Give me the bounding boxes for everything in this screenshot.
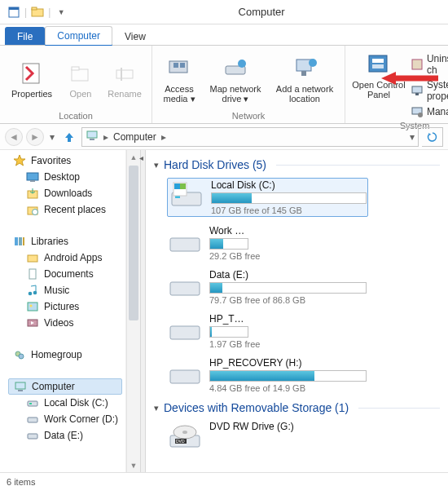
history-dropdown[interactable]: ▾ bbox=[47, 131, 57, 143]
ribbon-group-system: Open Control Panel Uninstall or ch Syste… bbox=[345, 46, 448, 123]
drive-work-d[interactable]: Work Corn 29.2 GB free bbox=[167, 225, 248, 261]
svg-rect-39 bbox=[28, 303, 37, 311]
qat-newfolder-icon[interactable] bbox=[29, 3, 46, 21]
drive-hptools[interactable]: HP_TOOLS 1.97 GB free bbox=[167, 313, 248, 349]
collapse-tree-icon[interactable]: ◂ bbox=[139, 153, 143, 162]
svg-rect-35 bbox=[28, 255, 37, 262]
svg-rect-17 bbox=[369, 55, 387, 72]
drive-data-e[interactable]: Data (E:) 79.7 GB free of 86.8 GB bbox=[167, 269, 367, 305]
pictures-icon bbox=[26, 300, 39, 313]
sidebar-item-downloads[interactable]: Downloads bbox=[8, 185, 122, 201]
system-properties-button[interactable]: System proper bbox=[409, 78, 448, 103]
nav-bar: ◄ ► ▾ ▸ Computer ▸ ▾ bbox=[0, 124, 448, 150]
rename-icon bbox=[111, 60, 138, 87]
drive-icon bbox=[167, 225, 203, 258]
svg-point-43 bbox=[19, 354, 24, 359]
svg-rect-46 bbox=[28, 401, 37, 406]
downloads-icon bbox=[26, 187, 39, 200]
tab-view[interactable]: View bbox=[112, 27, 158, 45]
capacity-bar bbox=[209, 326, 248, 338]
address-bar[interactable]: ▸ Computer ▸ ▾ bbox=[81, 127, 419, 147]
drive-icon bbox=[167, 269, 203, 302]
sidebar-item-pictures[interactable]: Pictures bbox=[8, 298, 122, 315]
desktop-icon bbox=[26, 170, 39, 183]
recent-icon bbox=[26, 203, 39, 216]
folder-icon bbox=[26, 251, 39, 264]
breadcrumb-sep[interactable]: ▸ bbox=[160, 131, 168, 143]
uninstall-button[interactable]: Uninstall or ch bbox=[409, 52, 448, 77]
forward-button[interactable]: ► bbox=[26, 128, 44, 146]
main-area: Favorites Desktop Downloads Recent place… bbox=[0, 150, 448, 472]
svg-text:DVD: DVD bbox=[176, 439, 185, 444]
svg-rect-6 bbox=[72, 67, 79, 70]
tab-file[interactable]: File bbox=[5, 27, 45, 45]
homegroup-header[interactable]: Homegroup bbox=[8, 347, 122, 363]
svg-rect-25 bbox=[87, 131, 97, 138]
music-icon bbox=[26, 284, 39, 297]
refresh-button[interactable] bbox=[422, 127, 443, 147]
drive-icon bbox=[26, 413, 39, 426]
svg-point-61 bbox=[182, 431, 187, 434]
access-media-button[interactable]: Access media ▾ bbox=[159, 53, 200, 105]
tab-computer[interactable]: Computer bbox=[45, 26, 112, 46]
sidebar-item-data-e[interactable]: Data (E:) bbox=[8, 427, 122, 444]
libraries-header[interactable]: Libraries bbox=[8, 233, 122, 250]
svg-rect-26 bbox=[90, 139, 94, 140]
scroll-up-button[interactable]: ▲ bbox=[127, 150, 140, 164]
star-icon bbox=[13, 154, 26, 167]
group-hdd-header[interactable]: ▾ Hard Disk Drives (5) bbox=[154, 158, 440, 171]
rename-button: Rename bbox=[104, 58, 145, 100]
svg-rect-55 bbox=[170, 238, 200, 251]
back-button[interactable]: ◄ bbox=[5, 128, 23, 146]
manage-button[interactable]: Manage bbox=[409, 104, 448, 119]
qat-properties-icon[interactable] bbox=[5, 3, 23, 21]
open-icon bbox=[67, 60, 94, 87]
svg-point-24 bbox=[418, 113, 423, 117]
scroll-down-button[interactable]: ▼ bbox=[127, 458, 140, 472]
window-title: Computer bbox=[75, 6, 448, 18]
chevron-down-icon: ▾ bbox=[154, 160, 159, 170]
sidebar-item-videos[interactable]: Videos bbox=[8, 315, 122, 331]
sidebar-scrollbar[interactable]: ▲ ▼ bbox=[126, 150, 140, 472]
ribbon-group-label: Location bbox=[0, 109, 152, 123]
sidebar-item-android[interactable]: Android Apps bbox=[8, 250, 122, 266]
sidebar-item-music[interactable]: Music bbox=[8, 282, 122, 298]
properties-icon bbox=[18, 60, 46, 87]
qat-customize-icon[interactable]: ▼ bbox=[52, 3, 70, 21]
ribbon-group-network: Access media ▾ Map network drive ▾ Add a… bbox=[152, 46, 345, 123]
svg-rect-19 bbox=[372, 64, 384, 68]
add-network-location-button[interactable]: Add a network location bbox=[271, 53, 338, 105]
sidebar-item-localdisk-c[interactable]: Local Disk (C:) bbox=[8, 395, 122, 411]
svg-rect-56 bbox=[170, 282, 200, 295]
open-control-panel-button[interactable]: Open Control Panel bbox=[352, 49, 406, 101]
svg-rect-54 bbox=[180, 183, 186, 189]
breadcrumb-computer[interactable]: Computer bbox=[113, 131, 156, 143]
svg-point-38 bbox=[33, 291, 37, 295]
group-removable-header[interactable]: ▾ Devices with Removable Storage (1) bbox=[154, 401, 440, 414]
scroll-thumb[interactable] bbox=[129, 166, 138, 320]
computer-header[interactable]: Computer bbox=[8, 378, 122, 395]
properties-button[interactable]: Properties bbox=[7, 58, 57, 100]
svg-rect-28 bbox=[30, 180, 35, 182]
drive-local-c[interactable]: Local Disk (C:) 107 GB free of 145 GB bbox=[167, 178, 368, 217]
address-dropdown[interactable]: ▾ bbox=[410, 131, 415, 143]
sidebar-item-documents[interactable]: Documents bbox=[8, 266, 122, 282]
breadcrumb-sep[interactable]: ▸ bbox=[102, 131, 110, 143]
up-button[interactable] bbox=[60, 128, 78, 146]
status-item-count: 6 items bbox=[7, 477, 35, 487]
sidebar-item-desktop[interactable]: Desktop bbox=[8, 169, 122, 185]
drive-hprecovery-h[interactable]: HP_RECOVERY (H:) 4.84 GB free of 14.9 GB bbox=[167, 357, 367, 393]
ribbon: Properties Open Rename Location bbox=[0, 46, 448, 124]
svg-rect-57 bbox=[170, 326, 200, 339]
capacity-bar bbox=[209, 238, 248, 250]
pane-splitter[interactable]: ◂ bbox=[140, 150, 146, 472]
sidebar-item-recent[interactable]: Recent places bbox=[8, 201, 122, 218]
map-drive-button[interactable]: Map network drive ▾ bbox=[203, 53, 268, 105]
svg-rect-20 bbox=[412, 60, 422, 69]
drive-dvd-g[interactable]: DVD DVD RW Drive (G:) bbox=[167, 421, 367, 453]
favorites-header[interactable]: Favorites bbox=[8, 152, 122, 169]
libraries-icon bbox=[13, 235, 26, 248]
svg-point-16 bbox=[309, 59, 317, 67]
sidebar-item-workcorner-d[interactable]: Work Corner (D:) bbox=[8, 411, 122, 427]
ribbon-group-label: Network bbox=[152, 109, 345, 123]
